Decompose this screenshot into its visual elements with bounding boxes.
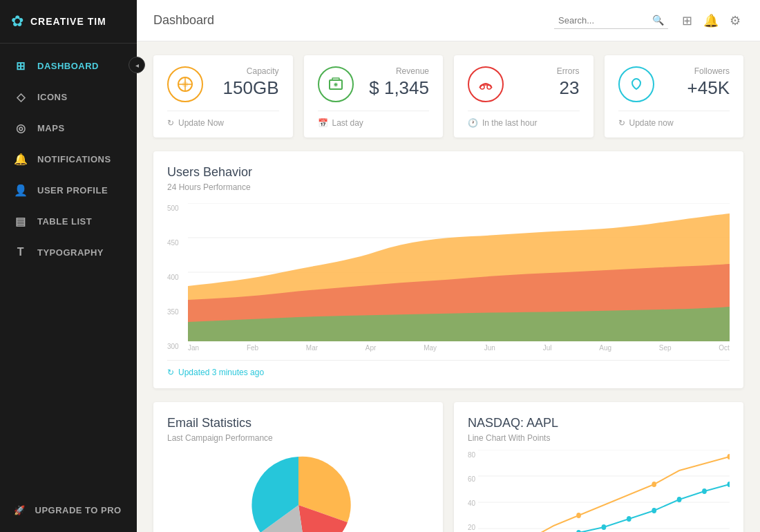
sidebar-item-user-profile[interactable]: 👤 User Profile — [0, 175, 137, 206]
x-may: May — [424, 344, 437, 352]
x-oct: Oct — [719, 344, 730, 352]
logo-icon: ✿ — [11, 12, 23, 30]
upgrade-icon: 🚀 — [14, 505, 26, 515]
capacity-value: 150GB — [213, 77, 279, 99]
svg-point-25 — [728, 454, 730, 459]
sidebar-item-table-list[interactable]: ▤ Table List — [0, 206, 137, 237]
sidebar-item-maps[interactable]: ◎ Maps — [0, 113, 137, 144]
errors-icon — [468, 66, 504, 102]
svg-point-30 — [602, 524, 607, 530]
nasdaq-title: NASDAQ: AAPL — [468, 416, 730, 430]
email-stats-subtitle: Last Campaign Performance — [167, 433, 429, 443]
typography-icon: T — [14, 246, 28, 258]
stats-row: Capacity 150GB ↻ Update Now — [153, 55, 743, 137]
nasdaq-y-20: 20 — [468, 524, 475, 531]
search-icon[interactable]: 🔍 — [652, 15, 664, 26]
capacity-footer-text: Update Now — [178, 118, 224, 128]
sidebar-item-label: Notifications — [37, 154, 111, 164]
stat-card-capacity: Capacity 150GB ↻ Update Now — [153, 55, 293, 137]
revenue-value: $ 1,345 — [363, 77, 430, 99]
topbar: Dashboard 🔍 ⊞ 🔔 ⚙ — [137, 0, 760, 41]
errors-value: 23 — [513, 77, 580, 99]
sidebar-item-label: Typography — [37, 247, 104, 258]
followers-footer-text: Update now — [629, 118, 674, 128]
errors-footer-text: In the last hour — [482, 118, 537, 128]
upgrade-button[interactable]: 🚀 UPGRADE TO PRO — [0, 495, 137, 525]
sidebar-item-label: Maps — [37, 123, 65, 133]
svg-point-23 — [576, 513, 581, 518]
users-behavior-subtitle: 24 Hours Performance — [167, 182, 730, 192]
content-area: Capacity 150GB ↻ Update Now — [137, 41, 760, 532]
email-stats-title: Email Statistics — [167, 416, 429, 430]
sidebar-item-dashboard[interactable]: ⊞ Dashboard — [0, 50, 137, 82]
y-label-300: 300 — [167, 343, 188, 350]
x-jun: Jun — [484, 344, 495, 352]
y-label-450: 450 — [167, 239, 188, 247]
svg-point-24 — [652, 482, 656, 487]
x-apr: Apr — [365, 344, 377, 352]
sidebar-item-icons[interactable]: ◇ Icons — [0, 82, 137, 113]
stat-card-errors: Errors 23 🕐 In the last hour — [454, 55, 593, 137]
revenue-icon — [318, 66, 354, 102]
user-icon: 👤 — [14, 184, 28, 197]
y-label-350: 350 — [167, 308, 188, 316]
gear-icon[interactable]: ⚙ — [727, 10, 743, 31]
sidebar-item-notifications[interactable]: 🔔 Notifications — [0, 144, 137, 175]
line-chart — [478, 450, 730, 532]
page-title: Dashboard — [153, 13, 543, 28]
chart-footer-icon: ↻ — [167, 368, 174, 377]
maps-icon: ◎ — [14, 122, 28, 135]
nasdaq-subtitle: Line Chart With Points — [468, 433, 730, 443]
svg-rect-5 — [332, 78, 339, 80]
bottom-row: Email Statistics Last Campaign Performan… — [153, 402, 743, 532]
grid-icon[interactable]: ⊞ — [679, 10, 695, 31]
nasdaq-y-80: 80 — [468, 451, 475, 459]
y-label-500: 500 — [167, 205, 188, 212]
svg-point-32 — [652, 508, 656, 513]
capacity-label: Capacity — [213, 66, 279, 76]
icons-icon: ◇ — [14, 91, 28, 104]
sidebar-item-typography[interactable]: T Typography — [0, 237, 137, 267]
x-axis-labels: Jan Feb Mar Apr May Jun Jul Aug Sep Oct — [167, 344, 730, 352]
errors-footer-icon: 🕐 — [468, 118, 478, 128]
revenue-footer-icon: 📅 — [318, 118, 328, 128]
capacity-icon — [167, 66, 203, 102]
x-jul: Jul — [543, 344, 552, 352]
notifications-icon: 🔔 — [14, 153, 28, 166]
revenue-footer-text: Last day — [332, 118, 363, 128]
pie-chart — [243, 450, 354, 532]
bell-icon[interactable]: 🔔 — [701, 10, 721, 31]
followers-footer-icon: ↻ — [618, 118, 625, 128]
email-stats-card: Email Statistics Last Campaign Performan… — [153, 402, 443, 532]
upgrade-label: UPGRADE TO PRO — [35, 505, 122, 515]
pie-chart-container — [167, 450, 429, 532]
sidebar-nav: ⊞ Dashboard ◇ Icons ◎ Maps 🔔 Notificatio… — [0, 44, 137, 495]
y-axis-labels: 500 450 400 350 300 — [167, 203, 188, 352]
area-chart — [188, 203, 730, 341]
x-sep: Sep — [659, 344, 672, 352]
x-mar: Mar — [306, 344, 318, 352]
x-jan: Jan — [188, 344, 199, 352]
nasdaq-y-40: 40 — [468, 500, 475, 507]
stat-card-revenue: Revenue $ 1,345 📅 Last day — [304, 55, 444, 137]
area-chart-wrapper: 500 450 400 350 300 — [167, 203, 730, 352]
sidebar-item-label: Icons — [37, 92, 68, 102]
topbar-icons: ⊞ 🔔 ⚙ — [679, 10, 743, 31]
collapse-button[interactable]: ◂ — [129, 57, 145, 73]
dashboard-icon: ⊞ — [14, 59, 28, 73]
search-box: 🔍 — [554, 12, 668, 29]
users-behavior-card: Users Behavior 24 Hours Performance 500 … — [153, 151, 743, 388]
followers-value: +45K — [664, 77, 730, 99]
chart-footer: ↻ Updated 3 minutes ago — [167, 360, 730, 377]
followers-label: Followers — [664, 66, 730, 76]
svg-point-31 — [627, 516, 631, 522]
search-input[interactable] — [558, 15, 648, 26]
users-behavior-title: Users Behavior — [167, 165, 730, 180]
nasdaq-card: NASDAQ: AAPL Line Chart With Points 80 6… — [454, 402, 743, 532]
x-feb: Feb — [247, 344, 258, 352]
sidebar-item-label: Table List — [37, 216, 92, 227]
sidebar: ✿ CREATIVE TIM ◂ ⊞ Dashboard ◇ Icons ◎ M… — [0, 0, 137, 532]
sidebar-header: ✿ CREATIVE TIM — [0, 0, 137, 44]
y-label-400: 400 — [167, 274, 188, 281]
sidebar-item-label: User Profile — [37, 185, 108, 196]
